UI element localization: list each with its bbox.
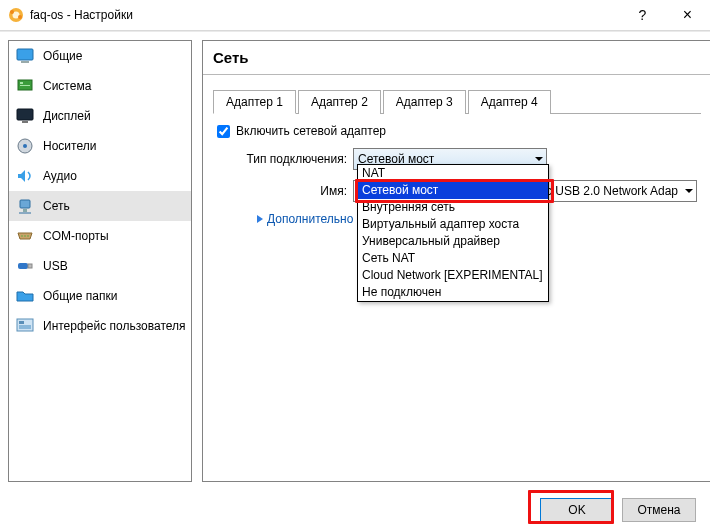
window-title: faq-os - Настройки [30, 8, 133, 22]
svg-rect-19 [18, 263, 28, 269]
svg-rect-14 [23, 209, 27, 212]
tab-adapter-4[interactable]: Адаптер 4 [468, 90, 551, 114]
svg-rect-22 [19, 321, 24, 324]
sidebar-item-label: COM-порты [43, 229, 109, 243]
cancel-label: Отмена [637, 503, 680, 517]
dropdown-option[interactable]: Виртуальный адаптер хоста [358, 216, 548, 233]
attachment-type-dropdown[interactable]: NAT Сетевой мост Внутренняя сеть Виртуал… [357, 164, 549, 302]
sidebar-item-storage[interactable]: Носители [9, 131, 191, 161]
help-icon: ? [639, 7, 647, 23]
sidebar-item-label: Общие папки [43, 289, 117, 303]
sidebar-item-network[interactable]: Сеть [9, 191, 191, 221]
svg-rect-23 [19, 325, 31, 329]
storage-icon [15, 136, 35, 156]
sidebar-item-label: USB [43, 259, 68, 273]
cancel-button[interactable]: Отмена [622, 498, 696, 522]
sidebar-item-label: Интерфейс пользователя [43, 319, 186, 333]
app-icon [8, 7, 24, 23]
svg-rect-7 [20, 82, 23, 84]
advanced-label: Дополнительно [267, 212, 353, 226]
svg-point-2 [10, 10, 14, 14]
dropdown-option-selected[interactable]: Сетевой мост [358, 182, 548, 199]
network-icon [15, 196, 35, 216]
svg-rect-10 [22, 121, 28, 123]
dropdown-option[interactable]: NAT [358, 165, 548, 182]
enable-adapter-label: Включить сетевой адаптер [236, 124, 386, 138]
display-icon [15, 106, 35, 126]
tab-label: Адаптер 2 [311, 95, 368, 109]
chevron-down-icon [535, 157, 543, 161]
svg-rect-5 [21, 61, 29, 63]
sidebar-item-system[interactable]: Система [9, 71, 191, 101]
tab-adapter-2[interactable]: Адаптер 2 [298, 90, 381, 114]
enable-adapter-checkbox[interactable] [217, 125, 230, 138]
tab-adapter-1[interactable]: Адаптер 1 [213, 90, 296, 114]
sidebar-item-label: Дисплей [43, 109, 91, 123]
triangle-right-icon [257, 215, 263, 223]
sidebar-item-label: Носители [43, 139, 96, 153]
svg-rect-9 [17, 109, 33, 120]
folder-icon [15, 286, 35, 306]
attachment-type-label: Тип подключения: [217, 152, 353, 166]
svg-point-3 [18, 15, 22, 19]
close-icon: × [683, 6, 692, 24]
ui-icon [15, 316, 35, 336]
svg-point-18 [27, 235, 29, 237]
system-icon [15, 76, 35, 96]
dropdown-option[interactable]: Универсальный драйвер [358, 233, 548, 250]
footer: OK Отмена [0, 490, 710, 529]
sidebar-item-ui[interactable]: Интерфейс пользователя [9, 311, 191, 341]
dropdown-option[interactable]: Сеть NAT [358, 250, 548, 267]
svg-rect-13 [20, 200, 30, 208]
svg-point-16 [21, 235, 23, 237]
sidebar-item-display[interactable]: Дисплей [9, 101, 191, 131]
main-area: Общие Система Дисплей Носители Аудио Сет… [0, 31, 710, 490]
sidebar-item-general[interactable]: Общие [9, 41, 191, 71]
tab-label: Адаптер 3 [396, 95, 453, 109]
svg-point-17 [24, 235, 26, 237]
sidebar-item-shared-folders[interactable]: Общие папки [9, 281, 191, 311]
usb-icon [15, 256, 35, 276]
svg-rect-20 [28, 264, 32, 268]
serial-icon [15, 226, 35, 246]
svg-rect-8 [20, 85, 30, 86]
sidebar-item-label: Сеть [43, 199, 70, 213]
svg-point-12 [23, 144, 27, 148]
dropdown-option[interactable]: Cloud Network [EXPERIMENTAL] [358, 267, 548, 284]
sidebar-item-serial[interactable]: COM-порты [9, 221, 191, 251]
sidebar-item-label: Аудио [43, 169, 77, 183]
close-button[interactable]: × [665, 0, 710, 30]
dropdown-option[interactable]: Не подключен [358, 284, 548, 301]
page-title: Сеть [203, 41, 710, 75]
adapter-name-label: Имя: [217, 184, 353, 198]
tab-label: Адаптер 1 [226, 95, 283, 109]
tab-label: Адаптер 4 [481, 95, 538, 109]
sidebar-item-audio[interactable]: Аудио [9, 161, 191, 191]
general-icon [15, 46, 35, 66]
sidebar: Общие Система Дисплей Носители Аудио Сет… [8, 40, 192, 482]
sidebar-item-label: Общие [43, 49, 82, 63]
ok-button[interactable]: OK [540, 498, 614, 522]
titlebar: faq-os - Настройки ? × [0, 0, 710, 31]
tabs: Адаптер 1 Адаптер 2 Адаптер 3 Адаптер 4 [213, 89, 701, 114]
content-panel: Сеть Адаптер 1 Адаптер 2 Адаптер 3 Адапт… [202, 40, 710, 482]
ok-label: OK [568, 503, 585, 517]
sidebar-item-usb[interactable]: USB [9, 251, 191, 281]
dropdown-option[interactable]: Внутренняя сеть [358, 199, 548, 216]
chevron-down-icon [685, 189, 693, 193]
audio-icon [15, 166, 35, 186]
sidebar-item-label: Система [43, 79, 91, 93]
svg-rect-4 [17, 49, 33, 60]
tab-adapter-3[interactable]: Адаптер 3 [383, 90, 466, 114]
help-button[interactable]: ? [620, 0, 665, 30]
